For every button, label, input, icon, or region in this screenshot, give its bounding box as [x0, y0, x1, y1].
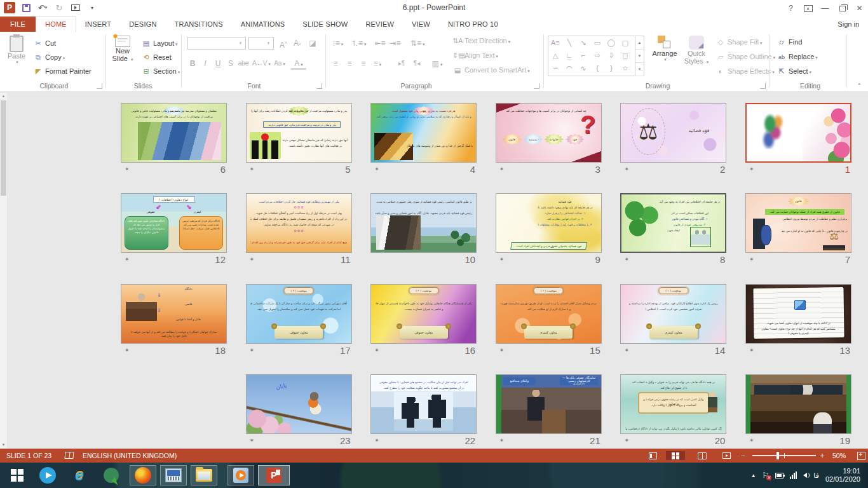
animation-star-icon[interactable]: ✶ [250, 437, 255, 444]
select-button[interactable]: ⇱Select▾ [776, 67, 811, 76]
decrease-font-button[interactable]: A˅ [291, 37, 304, 50]
font-dialog-launcher[interactable] [316, 83, 322, 89]
ltr-direction-button[interactable]: ▸¶ [395, 57, 408, 70]
slide-thumbnail-4[interactable]: خودهر فرد نسبت به بدن و روح و روان خود م… [370, 103, 477, 163]
animation-star-icon[interactable]: ✶ [499, 347, 505, 353]
scrollbar-thumb[interactable] [1, 100, 6, 196]
animation-star-icon[interactable]: ✶ [125, 166, 130, 172]
drawing-dialog-launcher[interactable] [760, 83, 766, 89]
tab-slideshow[interactable]: SLIDE SHOW [294, 17, 356, 32]
slide-thumbnail-18[interactable]: دادگاه⇓قاضی⇓عادل و آشنا با قوانینمدارک خ… [121, 284, 227, 344]
onscreen-keyboard-icon[interactable] [160, 465, 187, 485]
close-button[interactable]: ✕ [851, 0, 868, 17]
arrange-button[interactable]: Arrange▾ [649, 36, 680, 62]
animation-star-icon[interactable]: ✶ [374, 166, 379, 172]
idm-icon[interactable] [98, 465, 125, 485]
rtl-direction-button[interactable]: ¶◂ [410, 57, 423, 70]
tab-animations[interactable]: ANIMATIONS [232, 17, 294, 32]
reset-button[interactable]: ⟲Reset [141, 53, 172, 62]
shapes-gallery-scroll[interactable]: ▲▼▼̲ [635, 36, 644, 76]
slide-thumbnail-2[interactable]: ⚖قوّه قضائیه [620, 103, 726, 163]
collapse-ribbon-button[interactable]: ⌃ [857, 83, 862, 89]
slide-thumbnail-11[interactable]: یکی از مهمترین وظایف قوه قضائیه، حل کردن… [246, 193, 352, 253]
zoom-slider[interactable] [752, 455, 816, 456]
reading-view-button[interactable] [693, 451, 712, 460]
start-button[interactable] [4, 465, 31, 485]
new-slide-button[interactable]: ✹ New Slide ▾ [109, 36, 136, 62]
strikethrough-button[interactable]: abe [237, 57, 250, 70]
cut-button[interactable]: ✂Cut [33, 39, 56, 48]
slide-thumbnail-1[interactable] [745, 103, 851, 163]
font-name-combo[interactable]: ▾ [187, 37, 246, 50]
ribbon-display-options-button[interactable]: ▴ [799, 0, 817, 17]
slide-thumbnail-8[interactable]: در هر جامعه ای اختلافاتی بین افراد به وج… [620, 193, 726, 253]
slide-thumbnail-19[interactable] [745, 374, 851, 434]
tab-insert[interactable]: INSERT [76, 17, 120, 32]
animation-star-icon[interactable]: ✶ [499, 437, 505, 444]
zoom-slider-thumb[interactable] [776, 452, 779, 459]
animation-star-icon[interactable]: ✶ [499, 256, 505, 262]
animation-star-icon[interactable]: ✶ [499, 166, 505, 172]
slide-thumbnail-3[interactable]: چه کسانی از نوجوانان در برابر آسیب ها و … [496, 103, 602, 163]
animation-star-icon[interactable]: ✶ [250, 256, 255, 262]
zoom-in-button[interactable]: + [820, 449, 824, 463]
slide-thumbnail-17[interactable]: موقعیت ( ۴ )آقای سهرابی زمین بزرگی دارد … [246, 284, 352, 344]
font-size-combo[interactable]: ▾ [248, 37, 274, 50]
line-spacing-button[interactable]: ⇅≡▾ [410, 37, 423, 50]
fit-slide-button[interactable] [851, 451, 868, 460]
quick-styles-button[interactable]: ◢ QuickStyles ▾ [682, 36, 710, 65]
animation-star-icon[interactable]: ✶ [624, 166, 629, 172]
slide-thumbnail-7[interactable]: قانونقانون از حقوق همه افراد از جمله نوج… [745, 193, 851, 253]
slide-thumbnail-5[interactable]: خانوادهپدر و مادر، مسئولیت مراقبت از فرز… [246, 103, 352, 163]
tab-nitro-pro[interactable]: NITRO PRO 10 [439, 17, 507, 32]
animation-star-icon[interactable]: ✶ [749, 437, 754, 444]
increase-indent-button[interactable]: ⇥≡ [389, 37, 402, 50]
animation-star-icon[interactable]: ✶ [125, 347, 130, 353]
format-painter-button[interactable]: ◤Format Painter [33, 67, 92, 76]
action-center-flag-icon[interactable]: ⚐ [763, 471, 770, 480]
shape-outline-button[interactable]: ▱Shape Outline▾ [715, 53, 775, 61]
tab-review[interactable]: REVIEW [356, 17, 403, 32]
decrease-indent-button[interactable]: ⇤≡ [374, 37, 386, 50]
clear-formatting-button[interactable]: ◪ [306, 37, 319, 50]
align-left-button[interactable]: ≡ [329, 57, 342, 70]
slide-sorter-view-button[interactable] [666, 451, 685, 460]
underline-button[interactable]: U [212, 57, 224, 70]
help-button[interactable]: ? [782, 0, 799, 17]
slide-thumbnail-16[interactable]: موقعیت ( ۳ )یکی از همسایگان هنگام جابجای… [370, 284, 477, 344]
animation-star-icon[interactable]: ✶ [624, 256, 629, 262]
numbering-button[interactable]: ⒈≡▾ [351, 37, 363, 50]
scroll-up-arrow[interactable]: ▲ [0, 93, 7, 100]
shape-fill-button[interactable]: ◇Shape Fill▾ [715, 38, 762, 46]
animation-star-icon[interactable]: ✶ [250, 166, 255, 172]
slide-thumbnail-22[interactable]: افراد می توانند قبل از بیان شکایت در مجت… [370, 374, 477, 434]
hidden-icons-arrow[interactable]: ▲ [751, 473, 756, 478]
animation-star-icon[interactable]: ✶ [749, 347, 754, 353]
network-signal-icon[interactable] [790, 471, 797, 479]
align-text-button[interactable]: ⇕▤Align Text▾ [452, 51, 498, 60]
animation-star-icon[interactable]: ✶ [624, 347, 629, 353]
layout-button[interactable]: ▤Layout▾ [141, 39, 178, 48]
italic-button[interactable]: I [199, 57, 212, 70]
scroll-down-arrow[interactable]: ▼ [0, 442, 7, 449]
clock[interactable]: 19:01 02/01/2020 [825, 467, 863, 484]
change-case-button[interactable]: Aa▾ [272, 57, 287, 70]
vertical-scrollbar[interactable]: ▲ ▼ [0, 93, 7, 449]
slide-thumbnail-10[interactable]: بر طبق قانون اساسی، رئیس قوه قضائیه از س… [370, 193, 477, 253]
media-player-icon[interactable] [227, 465, 254, 485]
file-explorer-icon[interactable] [191, 465, 217, 485]
keyboard-language-indicator[interactable]: فا [813, 471, 819, 480]
shape-effects-button[interactable]: ◐Shape Effects▾ [715, 67, 775, 75]
paragraph-dialog-launcher[interactable] [534, 83, 539, 89]
clipboard-dialog-launcher[interactable] [97, 83, 102, 89]
font-color-button[interactable]: A▾ [291, 57, 306, 70]
paste-button[interactable]: Paste▾ [5, 36, 28, 65]
slide-thumbnail-21[interactable]: وکـلای مـدافـعنمایندگان حقوقی بانک ها — … [496, 374, 602, 434]
animation-star-icon[interactable]: ✶ [250, 347, 255, 353]
section-button[interactable]: ⊟Section▾ [141, 67, 180, 76]
internet-explorer-icon[interactable]: e [66, 465, 93, 485]
slide-thumbnail-20[interactable]: در همه دادگاه ها فرد می تواند فردی را به… [620, 374, 726, 434]
increase-font-button[interactable]: A˄ [277, 37, 290, 50]
powerpoint-taskbar-icon[interactable]: P [258, 465, 290, 485]
tab-file[interactable]: FILE [0, 17, 36, 32]
